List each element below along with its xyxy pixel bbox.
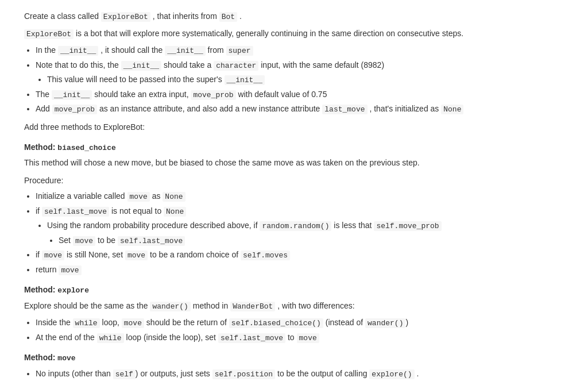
intro-explorebot-code: ExploreBot <box>101 12 150 22</box>
bullet3-pre: The <box>36 90 52 99</box>
bullet2-code2: character <box>214 61 258 71</box>
desc-paragraph: ExploreBot is a bot that will explore mo… <box>24 28 564 40</box>
bullet2-pre: Note that to do this, the <box>36 60 121 70</box>
desc-explorebot-code: ExploreBot <box>24 29 74 39</box>
method2-heading-code: explore <box>57 286 89 295</box>
method1-step-1: Initialize a variable called move as Non… <box>36 190 564 203</box>
bullet2-code1: __init__ <box>121 61 161 71</box>
bullet1-pre: In the <box>36 45 58 55</box>
method3-heading-code: move <box>57 354 75 363</box>
method3-step-1: No inputs (other than self) or outputs, … <box>36 368 564 380</box>
method2-step-2: At the end of the while loop (inside the… <box>36 332 564 344</box>
intro-text-mid: , that inherits from <box>150 11 219 21</box>
add-methods-text: Add three methods to ExploreBot: <box>24 122 145 132</box>
bullet2-sub-item: This value will need to be passed into t… <box>47 74 564 86</box>
bullet-item-1: In the __init__ , it should call the __i… <box>36 44 564 57</box>
text-cell-main: Create a class called ExploreBot , that … <box>24 6 564 388</box>
bullet4-end: , that's initialized as <box>368 104 442 113</box>
bullet3-end: with default value of 0.75 <box>236 90 327 99</box>
intro-text-pre: Create a class called <box>24 11 101 21</box>
method2-desc: Explore should be the same as the wander… <box>24 300 564 313</box>
method1-steps: Initialize a variable called move as Non… <box>36 190 564 276</box>
bullet1-code1: __init__ <box>58 46 98 56</box>
bullet2-end: input, with the same default (8982) <box>258 60 384 70</box>
method1-heading-code: biased_choice <box>57 144 115 152</box>
intro-paragraph: Create a class called ExploreBot , that … <box>24 10 564 23</box>
init-bullet-list: In the __init__ , it should call the __i… <box>36 44 564 115</box>
bullet2-mid: should take a <box>161 60 214 70</box>
method1-step-2-sub-sub-1: Set move to be self.last_move <box>59 234 564 247</box>
bullet2-sub-text: This value will need to be passed into t… <box>47 75 225 84</box>
bullet3-code2: move_prob <box>191 90 235 100</box>
notebook-content: Create a class called ExploreBot , that … <box>13 0 575 389</box>
method1-procedure-label: Procedure: <box>24 175 564 187</box>
bullet3-mid: should take an extra input, <box>92 90 191 99</box>
bullet-item-4: Add move_prob as an instance attribute, … <box>36 103 564 115</box>
bullet1-mid: , it should call the <box>98 45 165 55</box>
bullet1-code2: __init__ <box>165 46 205 56</box>
bullet4-pre: Add <box>36 104 52 113</box>
bullet4-code1: move_prob <box>52 105 97 114</box>
method3-heading: Method: move <box>24 352 564 364</box>
bullet1-code3: super <box>226 46 253 56</box>
method1-step-2-sub-1: Using the random probability procedure d… <box>47 219 564 247</box>
method1-heading: Method: biased_choice <box>24 141 564 154</box>
bullet-item-3: The __init__ should take an extra input,… <box>36 88 564 101</box>
bullet3-code1: __init__ <box>52 90 92 100</box>
bullet-item-2: Note that to do this, the __init__ shoul… <box>36 59 564 86</box>
method2-step-1: Inside the while loop, move should be th… <box>36 317 564 329</box>
method1-desc: This method will chose a new move, but b… <box>24 157 564 169</box>
method3-steps: No inputs (other than self) or outputs, … <box>36 368 564 380</box>
intro-bot-code: Bot <box>219 12 237 22</box>
method1-desc-text: This method will chose a new move, but b… <box>24 158 420 167</box>
desc-text: is a bot that will explore more systemat… <box>74 29 463 38</box>
bullet2-sub-code: __init__ <box>225 75 265 85</box>
bullet4-code2: last_move <box>322 105 367 114</box>
add-methods-paragraph: Add three methods to ExploreBot: <box>24 121 564 133</box>
method1-step-2-sub-sub: Set move to be self.last_move <box>59 234 564 247</box>
bullet4-code3: None <box>441 105 463 114</box>
method1-step-2: if self.last_move is not equal to None U… <box>36 205 564 247</box>
bullet4-mid: as an instance attribute, and also add a… <box>97 104 322 113</box>
method1-step-3: if move is still None, set move to be a … <box>36 249 564 261</box>
bullet-item-2-sub: This value will need to be passed into t… <box>47 74 564 86</box>
intro-text-end: . <box>237 11 242 21</box>
method2-heading: Method: explore <box>24 284 564 296</box>
bullet1-end: from <box>206 45 226 55</box>
method1-step-4: return move <box>36 264 564 276</box>
method2-steps: Inside the while loop, move should be th… <box>36 317 564 344</box>
method1-heading-pre: Method: <box>24 142 57 152</box>
method1-step-2-sub: Using the random probability procedure d… <box>47 219 564 247</box>
